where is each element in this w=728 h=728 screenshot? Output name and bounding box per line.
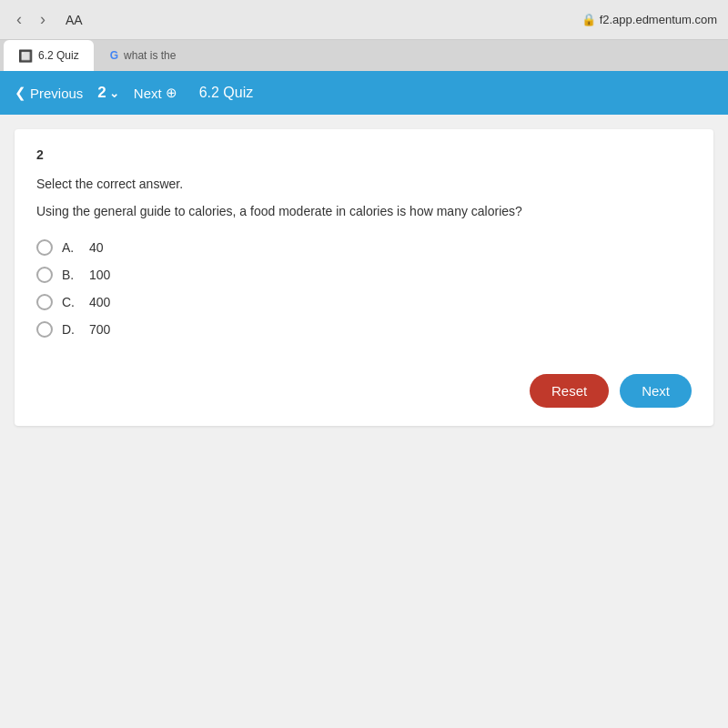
radio-c[interactable] <box>36 294 53 310</box>
browser-top-bar: ‹ › AA 🔒 f2.app.edmentum.com <box>0 0 728 40</box>
page-number: 2 <box>97 84 106 102</box>
tab-google-label: what is the <box>124 49 176 62</box>
option-a-value: 40 <box>89 240 104 255</box>
previous-button[interactable]: ❮ Previous <box>15 85 83 101</box>
browser-url: f2.app.edmentum.com <box>600 13 717 26</box>
option-a-letter: A. <box>62 240 80 255</box>
option-a[interactable]: A. 40 <box>36 239 692 256</box>
option-d-value: 700 <box>89 322 110 337</box>
browser-aa-label: AA <box>66 13 83 27</box>
lock-icon: 🔒 <box>581 13 596 26</box>
options-list: A. 40 B. 100 C. 400 D. 700 <box>36 239 692 338</box>
option-b-value: 100 <box>89 268 110 282</box>
browser-back-button[interactable]: ‹ <box>11 6 27 33</box>
question-instruction: Select the correct answer. <box>36 177 692 191</box>
browser-forward-button[interactable]: › <box>35 6 51 33</box>
reset-button[interactable]: Reset <box>530 374 609 408</box>
option-b-letter: B. <box>62 268 80 282</box>
option-c[interactable]: C. 400 <box>36 294 692 310</box>
option-d[interactable]: D. 700 <box>36 321 692 338</box>
option-c-value: 400 <box>89 295 110 309</box>
option-c-letter: C. <box>62 295 80 309</box>
next-nav-label: Next <box>134 86 162 101</box>
previous-icon: ❮ <box>15 85 26 101</box>
radio-a[interactable] <box>36 239 53 256</box>
tab-bar: 🔲 6.2 Quiz G what is the <box>0 40 728 71</box>
tab-quiz-label: 6.2 Quiz <box>38 49 79 62</box>
tab-quiz[interactable]: 🔲 6.2 Quiz <box>4 40 94 71</box>
page-selector[interactable]: 2 ⌄ <box>97 84 118 102</box>
radio-b[interactable] <box>36 267 53 283</box>
previous-label: Previous <box>30 86 83 101</box>
next-button[interactable]: Next <box>620 374 692 408</box>
next-nav-button[interactable]: Next ⊕ <box>134 85 177 101</box>
nav-toolbar: ❮ Previous 2 ⌄ Next ⊕ 6.2 Quiz <box>0 71 728 115</box>
chevron-down-icon: ⌄ <box>109 86 119 100</box>
tab-quiz-icon: 🔲 <box>18 49 33 63</box>
tab-google-icon: G <box>110 49 118 62</box>
option-d-letter: D. <box>62 322 80 337</box>
question-card: 2 Select the correct answer. Using the g… <box>15 129 713 426</box>
tab-google[interactable]: G what is the <box>96 40 191 71</box>
content-area: 2 Select the correct answer. Using the g… <box>0 115 728 728</box>
radio-d[interactable] <box>36 321 53 338</box>
option-b[interactable]: B. 100 <box>36 267 692 283</box>
next-nav-icon: ⊕ <box>166 85 177 101</box>
question-text: Using the general guide to calories, a f… <box>36 202 692 221</box>
browser-url-bar: 🔒 f2.app.edmentum.com <box>581 13 717 26</box>
action-buttons: Reset Next <box>36 365 692 408</box>
quiz-title: 6.2 Quiz <box>199 85 254 101</box>
question-number: 2 <box>36 147 692 162</box>
